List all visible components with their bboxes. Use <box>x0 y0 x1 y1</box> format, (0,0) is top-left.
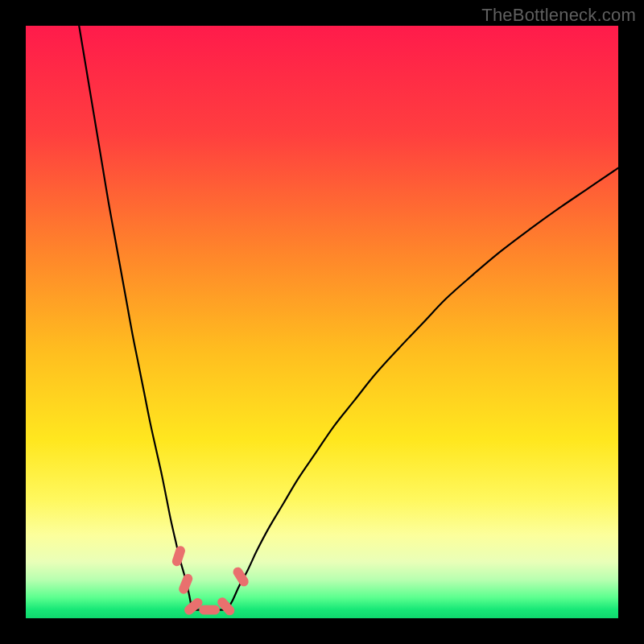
chart-frame: TheBottleneck.com <box>0 0 644 644</box>
curve-marker <box>199 605 220 615</box>
chart-svg <box>26 26 618 618</box>
plot-area <box>26 26 618 618</box>
gradient-background <box>26 26 618 618</box>
watermark-text: TheBottleneck.com <box>481 5 636 26</box>
